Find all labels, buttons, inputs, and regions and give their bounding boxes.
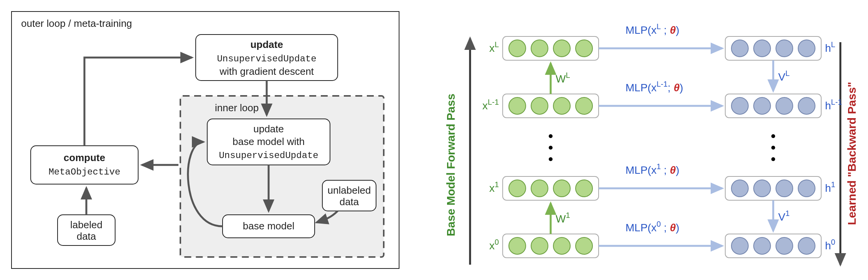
- svg-text:data: data: [340, 196, 359, 208]
- W-1-label: W1: [556, 211, 570, 225]
- svg-text:unlabeled: unlabeled: [328, 184, 371, 196]
- svg-text:update: update: [253, 123, 284, 135]
- update-unsupervised-box: update UnsupervisedUpdate with gradient …: [196, 35, 338, 81]
- svg-point-45: [771, 134, 775, 138]
- svg-point-52: [576, 180, 592, 197]
- base-model-box: base model: [223, 215, 315, 238]
- svg-point-31: [798, 40, 815, 57]
- svg-point-30: [776, 40, 793, 57]
- svg-point-61: [553, 237, 570, 254]
- svg-point-29: [754, 40, 771, 57]
- svg-point-33: [509, 97, 526, 114]
- V-L-label: VL: [778, 69, 790, 83]
- svg-text:base model: base model: [243, 220, 294, 232]
- svg-point-56: [776, 180, 793, 197]
- svg-point-59: [509, 237, 526, 254]
- svg-point-55: [754, 180, 771, 197]
- svg-point-64: [731, 237, 748, 254]
- svg-point-67: [798, 237, 815, 254]
- x-1-label: x1: [489, 180, 499, 194]
- h-0-label: h0: [825, 238, 835, 252]
- svg-point-43: [549, 146, 553, 150]
- forward-pass-title: Base Model Forward Pass: [444, 94, 457, 236]
- svg-point-28: [731, 40, 748, 57]
- mlp-1-label: MLP(x1 ; θ): [625, 162, 679, 176]
- svg-point-25: [553, 40, 570, 57]
- svg-point-51: [553, 180, 570, 197]
- h-layer-Lm1: [725, 94, 821, 118]
- svg-point-54: [731, 180, 748, 197]
- svg-point-34: [531, 97, 548, 114]
- svg-point-24: [531, 40, 548, 57]
- svg-rect-16: [31, 146, 138, 184]
- compute-metaobjective-box: compute MetaObjective: [31, 146, 138, 184]
- x-layer-L: [503, 36, 599, 60]
- svg-text:with gradient descent: with gradient descent: [219, 66, 314, 77]
- h-layer-0: [725, 234, 821, 258]
- svg-text:UnsupervisedUpdate: UnsupervisedUpdate: [219, 150, 318, 161]
- svg-point-35: [553, 97, 570, 114]
- svg-text:MetaObjective: MetaObjective: [48, 167, 120, 177]
- update-base-model-box: update base model with UnsupervisedUpdat…: [207, 119, 330, 165]
- svg-text:data: data: [77, 231, 96, 242]
- svg-point-41: [798, 97, 815, 114]
- W-L-label: WL: [556, 71, 570, 85]
- labeled-data-box: labeled data: [58, 215, 115, 245]
- svg-text:base model with: base model with: [233, 136, 305, 147]
- h-1-label: h1: [825, 180, 835, 194]
- V-1-label: V1: [778, 209, 790, 223]
- svg-text:compute: compute: [64, 152, 105, 163]
- x-layer-Lm1: [503, 94, 599, 118]
- svg-point-40: [776, 97, 793, 114]
- svg-point-38: [731, 97, 748, 114]
- x-layer-0: [503, 234, 599, 258]
- svg-point-62: [576, 237, 592, 254]
- h-layer-L: [725, 36, 821, 60]
- backward-pass-title: Learned "Backward Pass": [845, 82, 858, 225]
- diagram-root: outer loop / meta-training update Unsupe…: [0, 0, 868, 280]
- svg-point-47: [771, 157, 775, 161]
- left-panel: outer loop / meta-training update Unsupe…: [12, 12, 399, 268]
- unlabeled-data-box: unlabeled data: [322, 180, 376, 211]
- svg-point-42: [549, 134, 553, 138]
- x-L-label: xL: [489, 40, 499, 54]
- ellipsis-dots: [549, 134, 775, 161]
- svg-text:update: update: [250, 39, 283, 50]
- svg-point-39: [754, 97, 771, 114]
- svg-point-66: [776, 237, 793, 254]
- svg-point-46: [771, 146, 775, 150]
- mlp-0-label: MLP(x0 ; θ): [625, 220, 679, 234]
- svg-point-44: [549, 157, 553, 161]
- inner-loop-title: inner loop: [215, 102, 259, 114]
- svg-text:labeled: labeled: [70, 219, 102, 231]
- svg-text:UnsupervisedUpdate: UnsupervisedUpdate: [217, 54, 316, 64]
- outer-loop-title: outer loop / meta-training: [21, 18, 132, 29]
- svg-point-50: [531, 180, 548, 197]
- arrow-compute-to-update: [84, 58, 192, 146]
- svg-point-65: [754, 237, 771, 254]
- h-L-label: hL: [825, 40, 835, 54]
- right-panel: Base Model Forward Pass Learned "Backwar…: [444, 22, 858, 265]
- x-layer-1: [503, 176, 599, 200]
- svg-point-60: [531, 237, 548, 254]
- svg-point-36: [576, 97, 592, 114]
- x-Lm1-label: xL-1: [482, 98, 499, 112]
- svg-point-26: [576, 40, 592, 57]
- svg-point-23: [509, 40, 526, 57]
- mlp-Lm1-label: MLP(xL-1; θ): [625, 80, 683, 94]
- mlp-L-label: MLP(xL ; θ): [625, 22, 679, 36]
- svg-point-57: [798, 180, 815, 197]
- svg-point-49: [509, 180, 526, 197]
- h-layer-1: [725, 176, 821, 200]
- x-0-label: x0: [489, 238, 499, 252]
